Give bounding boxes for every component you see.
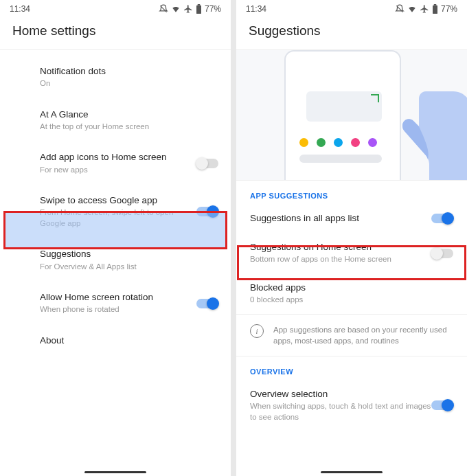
airplane-icon xyxy=(183,4,193,14)
row-notification-dots[interactable]: Notification dots On xyxy=(0,56,231,99)
status-bar: 11:34 77% xyxy=(236,0,467,15)
mute-icon xyxy=(159,4,168,14)
info-icon: i xyxy=(250,324,264,338)
phone-left: 11:34 77% Home settings Notification dot… xyxy=(0,0,231,476)
row-title: About xyxy=(40,335,218,347)
airplane-icon xyxy=(420,4,429,14)
status-icons: 77% xyxy=(395,4,457,14)
row-title: Suggestions on Home screen xyxy=(250,241,431,253)
row-sub: When switching apps, touch & hold text a… xyxy=(250,401,431,422)
hero-dot xyxy=(299,138,308,147)
battery-pct: 77% xyxy=(441,4,457,14)
nav-bar[interactable] xyxy=(84,471,146,473)
toggle-suggestions-all-apps[interactable] xyxy=(431,214,453,223)
row-title: Overview selection xyxy=(250,388,431,400)
row-sub: 0 blocked apps xyxy=(250,295,453,306)
row-overview-selection[interactable]: Overview selection When switching apps, … xyxy=(236,380,467,431)
phone-right: 11:34 77% Suggestions xyxy=(236,0,467,476)
battery-pct: 77% xyxy=(205,4,221,14)
status-icons: 77% xyxy=(159,4,221,14)
row-title: Blocked apps xyxy=(250,282,453,294)
info-row: i App suggestions are based on your rece… xyxy=(236,314,467,356)
nav-bar[interactable] xyxy=(321,471,383,473)
toggle-rotation[interactable] xyxy=(196,299,218,308)
svg-rect-0 xyxy=(196,5,201,14)
row-title: Add app icons to Home screen xyxy=(40,151,196,163)
row-title: Suggestions in all apps list xyxy=(250,212,431,225)
row-sub: At the top of your Home screen xyxy=(40,122,218,133)
row-suggestions-home[interactable]: Suggestions on Home screen Bottom row of… xyxy=(236,233,467,273)
row-sub: Bottom row of apps on the Home screen xyxy=(250,254,431,265)
row-title: Suggestions xyxy=(40,248,218,260)
row-sub: On xyxy=(40,78,218,89)
row-title: At A Glance xyxy=(40,109,218,121)
info-text: App suggestions are based on your recent… xyxy=(273,324,453,346)
battery-icon xyxy=(432,4,438,14)
row-swipe-google[interactable]: Swipe to access Google app From Home scr… xyxy=(0,185,231,238)
hero-dot xyxy=(317,138,326,147)
row-suggestions-all-apps[interactable]: Suggestions in all apps list xyxy=(236,204,467,233)
hero-illustration xyxy=(236,50,467,181)
page-title: Home settings xyxy=(0,15,231,49)
toggle-add-app-icons[interactable] xyxy=(196,159,218,168)
toggle-overview-selection[interactable] xyxy=(431,400,453,410)
page-title: Suggestions xyxy=(236,15,467,49)
row-sub: For new apps xyxy=(40,165,196,176)
svg-rect-3 xyxy=(434,4,437,5)
hero-dot xyxy=(351,138,360,147)
row-at-a-glance[interactable]: At A Glance At the top of your Home scre… xyxy=(0,99,231,142)
wifi-icon xyxy=(407,4,417,14)
hero-dot xyxy=(334,138,343,147)
mute-icon xyxy=(395,4,405,14)
section-app-suggestions: APP SUGGESTIONS xyxy=(236,181,467,204)
status-bar: 11:34 77% xyxy=(0,0,231,15)
battery-icon xyxy=(196,4,202,14)
row-title: Allow Home screen rotation xyxy=(40,291,196,304)
row-blocked-apps[interactable]: Blocked apps 0 blocked apps xyxy=(236,273,467,314)
row-sub: For Overview & All Apps list xyxy=(40,262,218,273)
status-time: 11:34 xyxy=(246,4,266,14)
svg-rect-1 xyxy=(198,4,201,5)
row-title: Notification dots xyxy=(40,65,218,78)
toggle-swipe-google[interactable] xyxy=(196,207,218,216)
svg-rect-2 xyxy=(433,5,437,14)
row-title: Swipe to access Google app xyxy=(40,194,196,207)
settings-list: Notification dots On At A Glance At the … xyxy=(0,50,231,356)
row-suggestions[interactable]: Suggestions For Overview & All Apps list xyxy=(0,238,231,282)
section-overview: OVERVIEW xyxy=(236,356,467,380)
hand-icon xyxy=(364,78,467,181)
row-rotation[interactable]: Allow Home screen rotation When phone is… xyxy=(0,282,231,325)
row-add-app-icons[interactable]: Add app icons to Home screen For new app… xyxy=(0,141,231,185)
row-about[interactable]: About xyxy=(0,325,231,356)
status-time: 11:34 xyxy=(10,4,30,14)
row-sub: From Home screen, swipe left to open Goo… xyxy=(40,207,196,229)
row-sub: When phone is rotated xyxy=(40,304,196,315)
toggle-suggestions-home[interactable] xyxy=(431,249,453,258)
wifi-icon xyxy=(171,4,181,14)
